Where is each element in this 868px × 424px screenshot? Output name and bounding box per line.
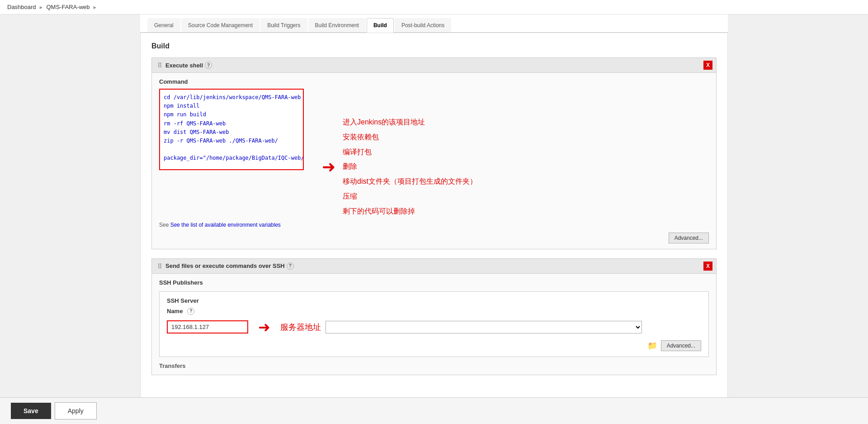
ssh-card: ⠿ Send files or execute commands over SS… xyxy=(151,258,717,375)
ssh-header: ⠿ Send files or execute commands over SS… xyxy=(152,259,716,274)
env-link[interactable]: See the list of available environment va… xyxy=(170,222,281,228)
ssh-delete-button[interactable]: X xyxy=(703,262,712,271)
arrow-container: ➜ 进入Jenkins的该项目地址 安装依赖包 编译打包 删除 移动dist文件… xyxy=(322,89,477,218)
folder-icon: 📁 xyxy=(647,341,657,351)
annotation-2: 编译打包 xyxy=(343,146,477,159)
drag-handle-icon: ⠿ xyxy=(157,62,162,68)
execute-shell-delete-button[interactable]: X xyxy=(703,61,712,70)
name-row: Name ? xyxy=(167,308,701,315)
breadcrumb-project[interactable]: QMS-FARA-web xyxy=(47,4,90,10)
annotation-1: 安装依赖包 xyxy=(343,131,477,144)
tab-general[interactable]: General xyxy=(147,18,180,32)
server-input[interactable] xyxy=(167,320,248,333)
execute-shell-advanced-button[interactable]: Advanced... xyxy=(669,233,709,243)
execute-shell-title: Execute shell xyxy=(165,62,203,69)
server-arrow-icon: ➜ xyxy=(258,319,270,336)
ssh-server-label: SSH Server xyxy=(167,297,701,304)
ssh-publishers-label: SSH Publishers xyxy=(159,279,709,286)
annotation-0: 进入Jenkins的该项目地址 xyxy=(343,116,477,129)
command-area: ➜ 进入Jenkins的该项目地址 安装依赖包 编译打包 删除 移动dist文件… xyxy=(159,89,709,218)
annotation-4: 移动dist文件夹（项目打包生成的文件夹） xyxy=(343,175,477,188)
tab-build-triggers[interactable]: Build Triggers xyxy=(260,18,307,32)
command-textarea[interactable] xyxy=(159,89,304,170)
bottom-bar: Save Apply xyxy=(0,397,868,424)
execute-shell-advanced-row: Advanced... xyxy=(159,233,709,243)
tab-build[interactable]: Build xyxy=(367,18,394,33)
tabs-bar: General Source Code Management Build Tri… xyxy=(140,14,728,33)
breadcrumb-sep-1: ► xyxy=(39,5,44,10)
server-input-with-select: ➜ 服务器地址 xyxy=(167,319,701,336)
ssh-title: Send files or execute commands over SSH xyxy=(165,262,285,269)
transfers-label: Transfers xyxy=(159,362,709,369)
tab-source-code[interactable]: Source Code Management xyxy=(181,18,259,32)
annotation-6: 剩下的代码可以删除掉 xyxy=(343,205,477,218)
env-link-row: See See the list of available environmen… xyxy=(159,222,709,228)
server-dropdown[interactable] xyxy=(326,321,642,333)
breadcrumb-sep-2: ► xyxy=(93,5,98,10)
arrow-icon: ➜ xyxy=(322,157,335,176)
name-label: Name xyxy=(167,308,183,314)
ssh-help-icon[interactable]: ? xyxy=(287,262,294,270)
apply-button[interactable]: Apply xyxy=(55,402,97,419)
section-title: Build xyxy=(151,42,717,50)
ssh-drag-handle: ⠿ xyxy=(157,263,162,269)
tab-build-environment[interactable]: Build Environment xyxy=(308,18,366,32)
ssh-server-section: SSH Server Name ? ➜ 服务器地址 xyxy=(159,291,709,357)
name-field-row: ➜ 服务器地址 xyxy=(167,319,701,336)
ssh-body: SSH Publishers SSH Server Name ? ➜ 服务器地址 xyxy=(152,274,716,375)
execute-shell-body: Command ➜ 进入Jenkins的该项目地址 安装依赖包 编译打包 删除 … xyxy=(152,73,716,249)
command-label: Command xyxy=(159,78,709,85)
tab-post-build[interactable]: Post-build Actions xyxy=(395,18,451,32)
content-area: Build ⠿ Execute shell ? X Command ➜ xyxy=(140,33,728,424)
annotation-5: 压缩 xyxy=(343,190,477,203)
breadcrumb: Dashboard ► QMS-FARA-web ► xyxy=(0,0,868,14)
execute-shell-help-icon[interactable]: ? xyxy=(205,62,212,69)
server-annotation-text: 服务器地址 xyxy=(280,322,321,333)
execute-shell-header: ⠿ Execute shell ? xyxy=(152,58,716,73)
breadcrumb-dashboard[interactable]: Dashboard xyxy=(7,4,36,10)
annotations: 进入Jenkins的该项目地址 安装依赖包 编译打包 删除 移动dist文件夹（… xyxy=(343,116,477,218)
execute-shell-card: ⠿ Execute shell ? X Command ➜ 进入Jenkins的… xyxy=(151,57,717,249)
annotation-3: 删除 xyxy=(343,160,477,173)
save-button[interactable]: Save xyxy=(11,403,51,419)
ssh-name-help-icon[interactable]: ? xyxy=(187,308,194,315)
ssh-advanced-row: 📁 Advanced... xyxy=(167,340,701,351)
ssh-advanced-button[interactable]: Advanced... xyxy=(661,340,701,351)
